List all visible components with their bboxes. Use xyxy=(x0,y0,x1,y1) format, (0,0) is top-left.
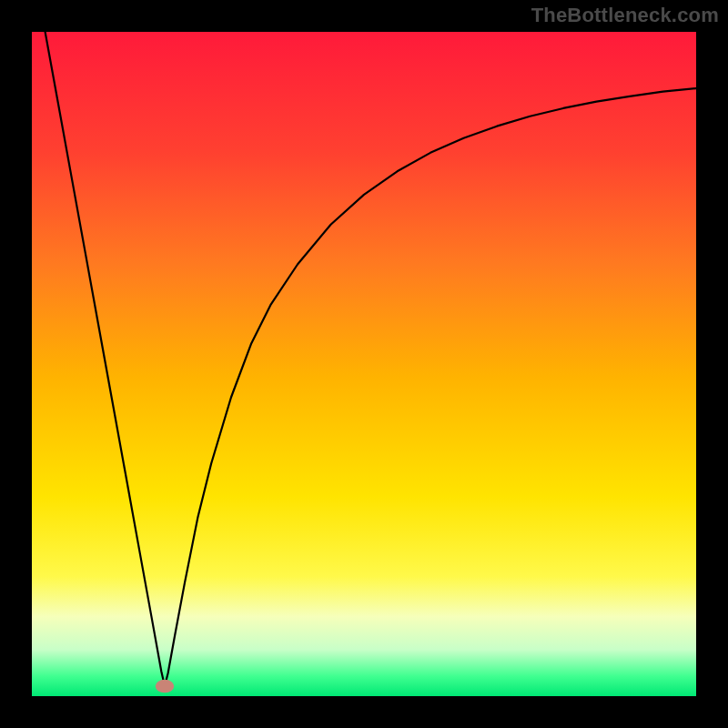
chart-frame: TheBottleneck.com xyxy=(0,0,728,728)
watermark-text: TheBottleneck.com xyxy=(531,4,719,27)
chart-background xyxy=(32,32,696,696)
minimum-marker xyxy=(156,680,174,693)
chart-plot xyxy=(32,32,696,696)
chart-svg xyxy=(32,32,696,696)
